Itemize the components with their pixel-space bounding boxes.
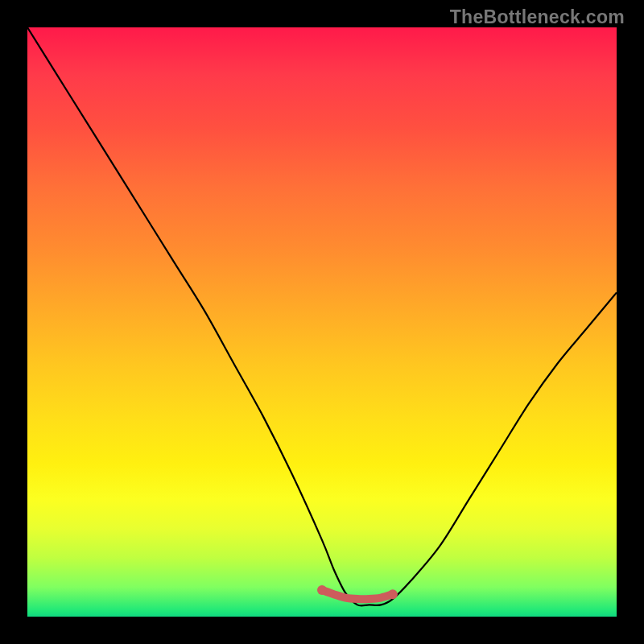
curve-overlay [27,27,617,617]
highlight-start-dot [317,585,327,595]
chart-container: TheBottleneck.com [0,0,644,644]
plot-area [27,27,617,617]
main-curve [27,27,617,605]
watermark-text: TheBottleneck.com [450,6,625,28]
highlight-curve [322,590,393,599]
highlight-end-dot [388,589,398,599]
